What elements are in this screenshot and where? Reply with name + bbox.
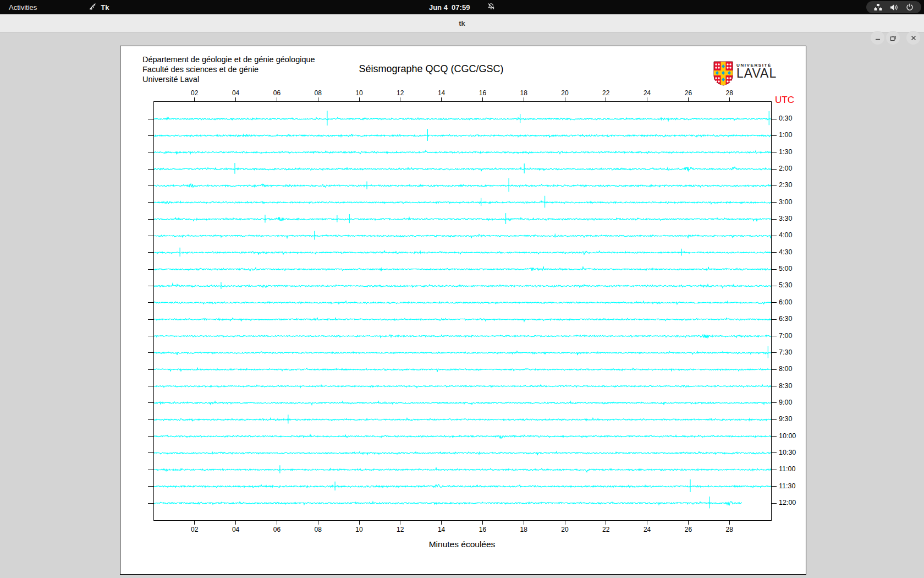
x-tick-bottom xyxy=(400,521,400,525)
x-tick-label-top: 08 xyxy=(310,89,326,97)
utc-tick-label: 5:30 xyxy=(779,281,803,289)
x-tick-label-bottom: 12 xyxy=(392,526,409,533)
trace-tick-right xyxy=(772,152,777,152)
power-icon xyxy=(906,3,914,11)
minimize-button[interactable] xyxy=(871,31,884,45)
utc-tick-label: 6:30 xyxy=(779,315,803,323)
utc-tick-label: 0:30 xyxy=(779,114,803,122)
trace-tick-left xyxy=(148,135,153,136)
header-line-2: Faculté des sciences et de génie xyxy=(142,64,315,74)
utc-axis-label: UTC xyxy=(775,95,794,106)
seismogram-trace xyxy=(154,134,771,137)
trace-tick-right xyxy=(772,169,777,170)
trace-tick-right xyxy=(772,319,777,320)
activities-button[interactable]: Activities xyxy=(0,0,46,14)
trace-tick-right xyxy=(772,402,777,403)
trace-tick-right xyxy=(772,352,777,353)
x-tick-label-top: 06 xyxy=(268,89,285,97)
seismogram-trace xyxy=(154,335,771,338)
utc-tick-label: 4:30 xyxy=(779,248,803,256)
trace-tick-right xyxy=(772,119,777,119)
trace-tick-left xyxy=(148,470,153,470)
trace-tick-right xyxy=(772,135,777,136)
trace-tick-right xyxy=(772,419,777,420)
trace-tick-right xyxy=(772,286,777,286)
x-tick-top xyxy=(277,97,277,101)
utc-tick-label: 10:30 xyxy=(779,449,803,456)
utc-tick-label: 7:30 xyxy=(779,348,803,356)
network-icon xyxy=(874,4,882,11)
trace-tick-left xyxy=(148,302,153,303)
x-tick-top xyxy=(359,97,360,101)
x-tick-label-bottom: 18 xyxy=(515,526,532,533)
x-tick-label-top: 14 xyxy=(433,89,450,97)
utc-tick-label: 3:00 xyxy=(779,198,803,206)
x-tick-label-top: 02 xyxy=(186,89,203,97)
utc-tick-label: 7:00 xyxy=(779,332,803,340)
trace-tick-right xyxy=(772,452,777,453)
x-tick-label-bottom: 28 xyxy=(721,526,738,533)
trace-tick-left xyxy=(148,336,153,336)
trace-tick-left xyxy=(148,202,153,203)
x-tick-label-bottom: 14 xyxy=(433,526,450,533)
universite-laval-logo: UNIVERSITÉ LAVAL xyxy=(713,61,777,88)
trace-tick-right xyxy=(772,386,777,386)
seismogram-trace xyxy=(154,184,771,187)
x-tick-top xyxy=(524,97,524,101)
trace-tick-right xyxy=(772,436,777,437)
trace-tick-left xyxy=(148,369,153,370)
x-tick-label-bottom: 20 xyxy=(557,526,573,533)
trace-tick-left xyxy=(148,319,153,320)
utc-tick-label: 9:30 xyxy=(779,415,803,423)
x-tick-label-top: 28 xyxy=(721,89,738,97)
trace-tick-left xyxy=(148,402,153,403)
seismogram-trace xyxy=(154,385,771,388)
trace-tick-left xyxy=(148,503,153,504)
trace-tick-right xyxy=(772,202,777,203)
tk-feather-icon xyxy=(89,2,97,12)
restore-button[interactable] xyxy=(886,31,900,45)
x-tick-bottom xyxy=(194,521,195,525)
seismogram-trace xyxy=(154,368,771,372)
seismogram-trace xyxy=(154,351,771,355)
x-axis-title: Minutes écoulées xyxy=(429,539,496,549)
header-line-1: Département de géologie et de génie géol… xyxy=(142,54,315,64)
x-tick-top xyxy=(565,97,565,101)
gnome-top-bar: Activities Tk Jun 4 07:59 xyxy=(0,0,924,14)
x-tick-label-top: 16 xyxy=(474,89,491,97)
x-tick-top xyxy=(606,97,606,101)
seismogram-trace xyxy=(154,484,771,488)
seismogram-traces xyxy=(154,102,771,520)
x-tick-top xyxy=(688,97,689,101)
trace-tick-right xyxy=(772,486,777,487)
seismogram-trace xyxy=(154,235,771,238)
x-tick-bottom xyxy=(524,521,524,525)
x-tick-bottom xyxy=(688,521,689,525)
seismogram-trace xyxy=(154,435,771,439)
x-tick-bottom xyxy=(606,521,606,525)
focused-app-indicator[interactable]: Tk xyxy=(89,2,109,12)
utc-tick-label: 8:00 xyxy=(779,365,803,373)
utc-tick-label: 11:30 xyxy=(779,482,803,490)
x-tick-top xyxy=(235,97,236,101)
system-status-area[interactable] xyxy=(866,1,921,13)
window-title: tk xyxy=(459,14,465,32)
x-tick-label-top: 20 xyxy=(557,89,573,97)
laval-wordmark-line2: LAVAL xyxy=(736,68,777,79)
x-tick-label-bottom: 16 xyxy=(474,526,491,533)
x-tick-bottom xyxy=(482,521,483,525)
clock-menu[interactable]: Jun 4 07:59 xyxy=(429,0,495,14)
x-tick-top xyxy=(441,97,442,101)
window-titlebar[interactable]: tk xyxy=(0,14,924,32)
utc-tick-label: 11:00 xyxy=(779,465,803,473)
seismogram-trace xyxy=(154,283,771,288)
close-button[interactable] xyxy=(906,31,920,45)
seismogram-trace xyxy=(154,267,771,271)
trace-tick-right xyxy=(772,503,777,504)
trace-tick-left xyxy=(148,486,153,487)
x-tick-top xyxy=(482,97,483,101)
x-tick-bottom xyxy=(277,521,277,525)
utc-tick-label: 10:00 xyxy=(779,432,803,440)
x-tick-label-top: 24 xyxy=(639,89,656,97)
volume-icon xyxy=(890,4,898,11)
